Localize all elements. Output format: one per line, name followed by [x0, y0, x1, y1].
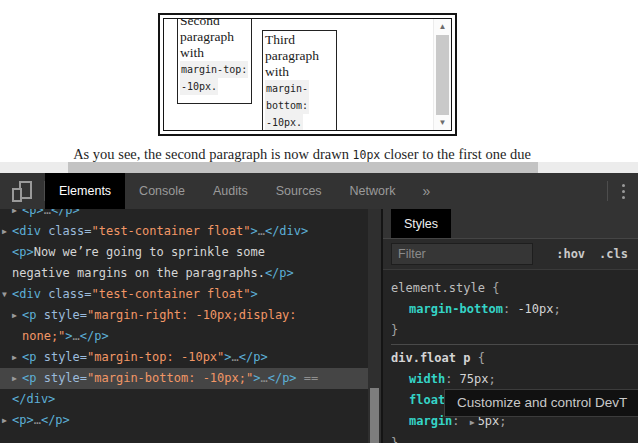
dom-segment-text: Now we’re going to sprinkle some: [34, 245, 265, 259]
dom-row[interactable]: ▶<p style="margin-right: -10px;display:: [0, 305, 368, 326]
css-property-name[interactable]: width: [409, 372, 445, 386]
device-toolbar-icon: [11, 180, 33, 202]
paragraph-line: Second: [180, 18, 249, 29]
dom-segment-punc: =: [80, 308, 87, 322]
dom-segment-val: "test-container float": [92, 287, 251, 301]
expand-arrow-icon[interactable]: ▶: [12, 305, 17, 326]
dom-row[interactable]: negative margins on the paragraphs.</p>: [0, 263, 368, 284]
container-vertical-scrollbar[interactable]: ▲ ▼: [433, 19, 451, 130]
open-brace: {: [485, 281, 499, 295]
dom-segment-tag: <div: [12, 287, 41, 301]
more-tabs-button[interactable]: »: [409, 173, 443, 209]
dom-row[interactable]: ▶<div class="test-container float">…</di…: [0, 221, 368, 242]
dom-segment-tag: <p: [22, 350, 36, 364]
tab-network[interactable]: Network: [336, 173, 410, 209]
page-horizontal-scrollbar-thumb[interactable]: [68, 162, 538, 173]
devtools-panel: ElementsConsoleAuditsSourcesNetwork » ▶<…: [0, 173, 638, 443]
close-brace: }: [391, 320, 638, 341]
dom-segment-tag: >: [224, 350, 231, 364]
styles-filter-input[interactable]: [391, 243, 533, 265]
inline-code: bottom:: [265, 97, 309, 114]
elements-panel-scrollbar[interactable]: [368, 209, 381, 443]
dom-segment-tag: <p>: [12, 245, 34, 259]
dom-segment-tag: >: [65, 329, 72, 343]
dom-segment-tag: </p>: [80, 329, 109, 343]
tab-elements[interactable]: Elements: [45, 173, 125, 209]
dom-tree: ▶<p>…</p>▶<div class="test-container flo…: [0, 209, 368, 431]
devtools-menu-button[interactable]: [608, 173, 638, 209]
dom-segment-attr: class: [41, 224, 84, 238]
dom-row[interactable]: </div>: [0, 389, 368, 410]
dom-segment-tag: >: [250, 224, 257, 238]
device-toolbar-toggle-button[interactable]: [0, 173, 44, 209]
expand-arrow-icon[interactable]: ▶: [12, 347, 17, 368]
css-property-name[interactable]: margin-bottom: [409, 302, 503, 316]
dom-segment-tag: </div>: [265, 224, 308, 238]
scroll-down-arrow-icon[interactable]: ▼: [434, 115, 451, 130]
expand-arrow-icon[interactable]: ▶: [12, 209, 17, 221]
expand-arrow-icon[interactable]: ▶: [2, 410, 7, 431]
css-property-value[interactable]: 75px: [460, 372, 489, 386]
page-horizontal-scrollbar[interactable]: [0, 162, 638, 173]
styles-rules-list: element.style {margin-bottom: -10px;}div…: [383, 270, 638, 443]
test-container-inner: Secondparagraphwithmargin-top:-10px. Thi…: [163, 18, 452, 131]
paragraph-line: Third: [265, 32, 334, 48]
elements-panel-scrollbar-thumb[interactable]: [370, 388, 379, 443]
css-selector[interactable]: element.style: [391, 281, 485, 295]
property-colon: :: [445, 372, 459, 386]
css-selector[interactable]: div.float p: [391, 351, 470, 365]
property-semicolon: ;: [554, 302, 561, 316]
expand-arrow-icon[interactable]: ▶: [467, 418, 478, 427]
open-brace: {: [470, 351, 484, 365]
dom-segment-punc: =: [84, 224, 91, 238]
page-caption: As you see, the second paragraph is now …: [0, 146, 604, 163]
dom-row[interactable]: ▶<p style="margin-bottom: -10px;">…</p> …: [0, 368, 368, 389]
dom-segment-punc: =: [84, 287, 91, 301]
dom-segment-val: "margin-right: -10px;display:: [87, 308, 297, 322]
paragraph-line: paragraph: [180, 29, 249, 45]
tab-styles[interactable]: Styles: [391, 209, 451, 238]
dom-segment-punc: =: [80, 371, 87, 385]
dom-segment-attr: style: [36, 350, 79, 364]
dom-row[interactable]: ▼<div class="test-container float">: [0, 284, 368, 305]
dom-row[interactable]: ▶<p>…</p>: [0, 410, 368, 431]
dom-segment-tag: <p: [22, 371, 36, 385]
css-property-name[interactable]: float: [409, 393, 445, 407]
inline-code: -10px.: [180, 78, 218, 95]
caption-text-after: closer to the first one due: [380, 146, 531, 162]
dom-segment-attr: style: [36, 308, 79, 322]
tab-console[interactable]: Console: [125, 173, 199, 209]
dom-segment-tag: </p>: [239, 350, 268, 364]
dom-segment-tag: <p>: [22, 209, 44, 217]
dom-segment-dots: …: [260, 371, 267, 385]
dom-segment-dots: …: [73, 329, 80, 343]
tab-sources[interactable]: Sources: [262, 173, 336, 209]
pseudo-state-toggle[interactable]: :hov: [556, 247, 585, 261]
expand-arrow-icon[interactable]: ▶: [12, 368, 17, 389]
scroll-up-arrow-icon[interactable]: ▲: [434, 19, 451, 34]
dom-segment-val: "test-container float": [92, 224, 251, 238]
dom-row[interactable]: ▶<p style="margin-top: -10px">…</p>: [0, 347, 368, 368]
dom-segment-dots: …: [232, 350, 239, 364]
css-property-line[interactable]: width: 75px;: [391, 369, 638, 390]
container-scrollbar-thumb[interactable]: [436, 35, 449, 115]
dom-row[interactable]: none;">…</p>: [0, 326, 368, 347]
expand-arrow-icon[interactable]: ▶: [2, 221, 7, 242]
dom-segment-tag: </p>: [265, 266, 294, 280]
dom-segment-attr: class: [41, 287, 84, 301]
dom-segment-text: negative margins on the paragraphs.: [12, 266, 265, 280]
devtools-toolbar: ElementsConsoleAuditsSourcesNetwork »: [0, 173, 638, 209]
tab-audits[interactable]: Audits: [199, 173, 262, 209]
element-classes-toggle[interactable]: .cls: [599, 247, 628, 261]
css-property-value[interactable]: -10px: [517, 302, 553, 316]
expand-arrow-icon[interactable]: ▼: [2, 284, 7, 305]
dom-segment-tag: <p: [22, 308, 36, 322]
dom-segment-val: "margin-bottom: -10px;": [87, 371, 253, 385]
css-rule: element.style {margin-bottom: -10px;}: [391, 278, 638, 341]
test-container-box: Secondparagraphwithmargin-top:-10px. Thi…: [158, 13, 457, 136]
css-property-line[interactable]: margin-bottom: -10px;: [391, 299, 638, 320]
dom-segment-tag: </p>: [268, 371, 297, 385]
dom-row[interactable]: <p>Now we’re going to sprinkle some: [0, 242, 368, 263]
dom-row[interactable]: ▶<p>…</p>: [0, 209, 368, 221]
devtools-tab-strip: ElementsConsoleAuditsSourcesNetwork: [45, 173, 409, 209]
